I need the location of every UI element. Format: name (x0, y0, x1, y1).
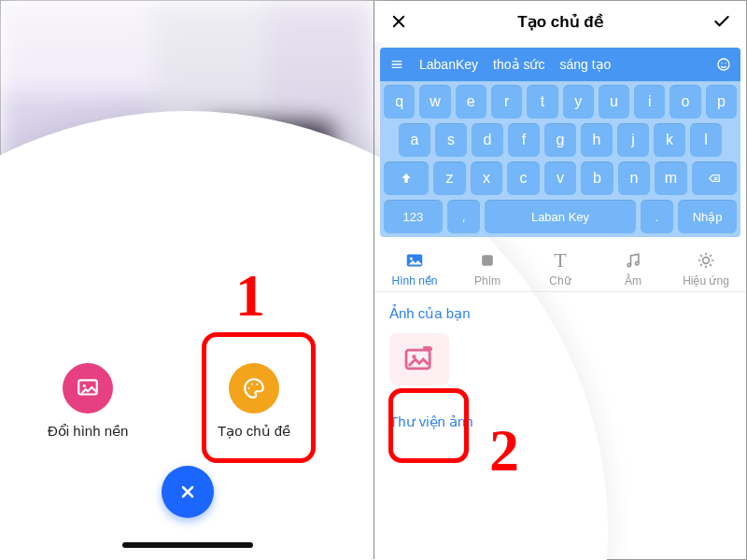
create-theme-label: Tạo chủ đề (218, 423, 290, 440)
keyboard-toolbar: LabanKey thoả sức sáng tạo (380, 48, 740, 81)
key-z[interactable]: z (433, 161, 465, 195)
key-q[interactable]: q (384, 85, 415, 119)
key-e[interactable]: e (456, 85, 486, 119)
tab-label: Hình nền (378, 274, 451, 287)
image-icon (378, 248, 451, 273)
hamburger-icon[interactable] (389, 57, 404, 72)
keyboard-row-2: asdfghjkl (384, 123, 737, 157)
svg-point-5 (718, 59, 729, 70)
tab-label: Phím (451, 274, 524, 287)
square-icon (451, 248, 524, 273)
photo-library-heading: Thư viện ảnh (374, 389, 746, 438)
step-number-2: 2 (489, 416, 519, 485)
palette-icon (229, 363, 279, 413)
change-background-action[interactable]: Đổi hình nền (48, 363, 128, 440)
tab-effects[interactable]: Hiệu ứng (669, 248, 742, 287)
step-number-1: 1 (235, 261, 265, 330)
page-title: Tạo chủ đề (517, 12, 602, 32)
change-background-label: Đổi hình nền (48, 423, 128, 440)
keyboard-row-4: 123 , Laban Key . Nhập (384, 200, 737, 233)
key-w[interactable]: w (419, 85, 450, 119)
key-c[interactable]: c (507, 161, 539, 195)
key-h[interactable]: h (581, 123, 613, 157)
key-d[interactable]: d (472, 123, 503, 157)
keyboard-preview: LabanKey thoả sức sáng tạo qwertyuiop as… (374, 42, 746, 243)
key-f[interactable]: f (508, 123, 540, 157)
svg-point-4 (256, 384, 258, 385)
key-u[interactable]: u (599, 85, 629, 119)
svg-point-12 (636, 262, 639, 265)
close-fab-button[interactable] (162, 466, 214, 518)
key-i[interactable]: i (634, 85, 665, 119)
tab-label: Chữ (524, 274, 597, 287)
confirm-icon[interactable] (711, 10, 733, 33)
svg-rect-10 (482, 255, 493, 266)
key-x[interactable]: x (471, 161, 502, 195)
key-n[interactable]: n (618, 161, 650, 195)
editor-header: Tạo chủ đề (374, 1, 746, 42)
tutorial-composite: Đổi hình nền Tạo chủ đề Tạo chủ đề (0, 0, 747, 560)
key-a[interactable]: a (399, 123, 430, 157)
key-l[interactable]: l (690, 123, 722, 157)
kb-suggestion-1: thoả sức (493, 57, 544, 72)
tab-sound[interactable]: Âm (597, 248, 669, 287)
emoji-icon[interactable] (716, 57, 731, 72)
editor-tabs: Hình nền Phím T Chữ Âm Hiệu ứng (374, 243, 746, 292)
tab-keys[interactable]: Phím (451, 248, 524, 287)
svg-point-7 (725, 63, 726, 63)
comma-key[interactable]: , (447, 200, 481, 233)
backspace-key[interactable] (692, 161, 737, 195)
music-icon (597, 248, 669, 273)
add-photo-button[interactable] (389, 333, 449, 385)
text-icon: T (524, 248, 597, 273)
tab-background[interactable]: Hình nền (378, 248, 451, 287)
key-o[interactable]: o (669, 85, 700, 119)
space-key[interactable]: Laban Key (485, 200, 635, 233)
svg-point-13 (703, 258, 710, 264)
your-photos-heading: Ảnh của bạn (374, 292, 746, 329)
svg-point-2 (248, 387, 250, 389)
shift-key[interactable] (384, 161, 429, 195)
keyboard-row-1: qwertyuiop (384, 85, 737, 119)
left-pane: Đổi hình nền Tạo chủ đề (1, 1, 374, 559)
brightness-icon (669, 248, 742, 273)
kb-brand: LabanKey (419, 57, 478, 72)
numbers-key[interactable]: 123 (384, 200, 443, 233)
key-y[interactable]: y (563, 85, 594, 119)
tab-label: Âm (597, 274, 669, 287)
key-s[interactable]: s (435, 123, 467, 157)
close-icon[interactable] (388, 10, 410, 33)
svg-point-6 (721, 63, 722, 63)
key-b[interactable]: b (581, 161, 613, 195)
key-p[interactable]: p (706, 85, 737, 119)
svg-point-1 (83, 385, 86, 387)
period-key[interactable]: . (641, 200, 674, 233)
key-v[interactable]: v (544, 161, 576, 195)
key-j[interactable]: j (617, 123, 649, 157)
key-m[interactable]: m (655, 161, 686, 195)
key-k[interactable]: k (654, 123, 685, 157)
create-theme-action[interactable]: Tạo chủ đề (218, 363, 290, 440)
kb-suggestion-2: sáng tạo (559, 57, 611, 72)
tab-font[interactable]: T Chữ (524, 248, 597, 287)
key-t[interactable]: t (527, 85, 557, 119)
key-r[interactable]: r (491, 85, 522, 119)
svg-point-9 (410, 258, 413, 260)
enter-key[interactable]: Nhập (678, 200, 737, 233)
image-icon (63, 363, 113, 413)
right-pane: Tạo chủ đề LabanKey thoả sức sáng tạo qw… (374, 1, 746, 559)
tab-label: Hiệu ứng (669, 274, 742, 287)
home-indicator (122, 542, 253, 548)
keyboard-row-3: zxcvbnm (384, 161, 737, 195)
svg-point-11 (627, 263, 630, 266)
svg-point-3 (251, 384, 253, 385)
key-g[interactable]: g (544, 123, 576, 157)
